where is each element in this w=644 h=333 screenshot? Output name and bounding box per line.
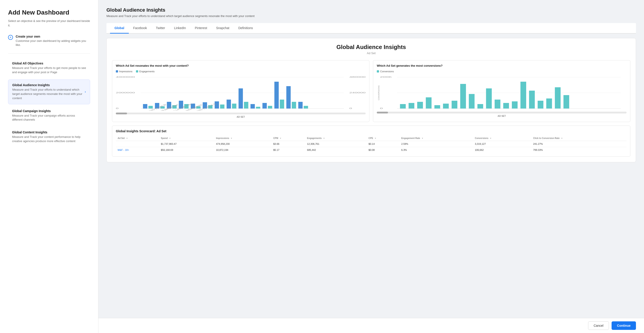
col-engagements[interactable]: Engagements ▼ bbox=[305, 136, 367, 141]
tab-definitions[interactable]: Definitions bbox=[234, 23, 258, 34]
chart1-title: Which Ad Set resonates the most with you… bbox=[116, 64, 366, 67]
legend-dot-conversions bbox=[377, 70, 379, 73]
tab-global[interactable]: Global bbox=[110, 23, 129, 34]
svg-text:4000000: 4000000 bbox=[116, 76, 135, 78]
svg-rect-31 bbox=[274, 82, 278, 109]
chart1-legend: Impressions Engagements bbox=[116, 70, 366, 73]
svg-rect-26 bbox=[244, 102, 248, 109]
y-axis-conversions-label: CONVERSIONS bbox=[377, 75, 380, 111]
tab-snapchat[interactable]: Snapchat bbox=[212, 23, 234, 34]
dashboard-title-block: Global Audience Insights Ad Set bbox=[112, 44, 630, 55]
chevron-right-icon: › bbox=[85, 90, 86, 94]
menu-item-global-audience-insights[interactable]: Global Audience Insights Measure and Tra… bbox=[8, 80, 90, 104]
page-title: Add New Dashboard bbox=[8, 9, 90, 16]
menu-item-description: Measure and Track your efforts to unders… bbox=[12, 88, 85, 101]
svg-rect-47 bbox=[400, 104, 406, 109]
svg-rect-57 bbox=[486, 88, 492, 109]
total-engagement-rate: 2.59% bbox=[399, 141, 473, 147]
svg-rect-32 bbox=[280, 100, 284, 109]
chart2-title: Which Ad Set generates the most conversi… bbox=[377, 64, 626, 67]
col-cpm[interactable]: CPM ▼ bbox=[272, 136, 305, 141]
create-own-label: Create your own bbox=[16, 35, 90, 38]
svg-rect-34 bbox=[292, 102, 296, 109]
svg-rect-54 bbox=[460, 84, 466, 109]
svg-rect-10 bbox=[148, 106, 153, 109]
svg-text:240000: 240000 bbox=[349, 92, 366, 94]
chart1-svg: 4000000 2000000 0 480000 240000 0 bbox=[116, 75, 366, 111]
legend-label-conversions: Conversions bbox=[380, 70, 394, 73]
svg-text:0: 0 bbox=[349, 107, 352, 109]
right-subtitle: Measure and Track your efforts to unders… bbox=[106, 14, 636, 18]
create-own-item[interactable]: + Create your own Customise your own das… bbox=[8, 35, 90, 47]
total-conversions: 3,319,127 bbox=[473, 141, 531, 147]
total-engagements: 12,306,761 bbox=[305, 141, 367, 147]
svg-text:2000000: 2000000 bbox=[116, 92, 135, 94]
menu-item-description: Measure and Track your campaign efforts … bbox=[12, 114, 86, 122]
scorecard-table-card: Global Insights Scorecard: Ad Set Ad Set… bbox=[112, 126, 630, 157]
col-click-to-conversion[interactable]: Click to Conversion Rate ▼ bbox=[531, 136, 626, 141]
svg-text:0: 0 bbox=[380, 107, 383, 109]
menu-item-title: Global All Objectives bbox=[12, 62, 86, 65]
svg-rect-53 bbox=[452, 101, 458, 109]
col-cpe[interactable]: CPE ▼ bbox=[367, 136, 399, 141]
legend-label-impressions: Impressions bbox=[119, 70, 132, 73]
legend-conversions: Conversions bbox=[377, 70, 394, 73]
chart2-axis-label: AD SET bbox=[377, 115, 626, 117]
continue-button[interactable]: Continue bbox=[612, 321, 636, 330]
tab-bar: Global Facebook Twitter LinkedIn Pintere… bbox=[106, 23, 636, 34]
tab-twitter[interactable]: Twitter bbox=[152, 23, 170, 34]
row-cpe: $0.08 bbox=[367, 147, 399, 153]
row-impressions: 10,872,194 bbox=[214, 147, 272, 153]
right-header: Global Audience Insights Measure and Tra… bbox=[106, 7, 636, 18]
menu-item-global-all-objectives[interactable]: Global All Objectives Measure and Track … bbox=[8, 58, 90, 78]
row-ad-set: M&F - 18+ bbox=[116, 147, 159, 153]
svg-rect-61 bbox=[520, 82, 526, 109]
total-click-to-conversion: 241.27% bbox=[531, 141, 626, 147]
row-engagement-rate: 6.3% bbox=[399, 147, 473, 153]
cancel-button[interactable]: Cancel bbox=[588, 321, 609, 330]
dashboard-preview: Global Audience Insights Ad Set Which Ad… bbox=[106, 38, 636, 162]
tab-facebook[interactable]: Facebook bbox=[129, 23, 152, 34]
menu-item-title: Global Audience Insights bbox=[12, 83, 85, 87]
svg-rect-23 bbox=[226, 100, 231, 109]
svg-text:0: 0 bbox=[116, 107, 118, 109]
col-conversions[interactable]: Conversions ▼ bbox=[473, 136, 531, 141]
svg-rect-50 bbox=[426, 97, 432, 109]
svg-rect-9 bbox=[143, 104, 147, 109]
svg-rect-64 bbox=[546, 99, 552, 109]
svg-rect-35 bbox=[298, 102, 302, 109]
svg-rect-52 bbox=[443, 104, 449, 109]
total-impressions: 474,958,230 bbox=[214, 141, 272, 147]
create-own-description: Customise your own dashboard by adding w… bbox=[16, 39, 90, 47]
svg-rect-49 bbox=[417, 102, 423, 109]
menu-item-description: Measure and Track your content performan… bbox=[12, 135, 86, 143]
svg-rect-33 bbox=[286, 86, 290, 109]
menu-item-global-campaign-insights[interactable]: Global Campaign Insights Measure and Tra… bbox=[8, 106, 90, 126]
svg-rect-66 bbox=[564, 95, 569, 109]
left-panel: Add New Dashboard Select an objective & … bbox=[0, 0, 98, 333]
svg-rect-62 bbox=[529, 91, 535, 109]
ad-set-link[interactable]: M&F - 18+ bbox=[118, 149, 129, 151]
scorecard-table: Ad Set ▼ Spend ▼ Impressions ▼ CPM ▼ Eng… bbox=[116, 136, 626, 153]
svg-rect-55 bbox=[469, 94, 475, 109]
col-impressions[interactable]: Impressions ▼ bbox=[214, 136, 272, 141]
menu-item-title: Global Content Insights bbox=[12, 130, 86, 134]
table-title: Global Insights Scorecard: Ad Set bbox=[116, 129, 626, 133]
legend-impressions: Impressions bbox=[116, 70, 132, 73]
col-ad-set[interactable]: Ad Set ▼ bbox=[116, 136, 159, 141]
svg-rect-60 bbox=[512, 101, 518, 109]
total-cpm: $3.66 bbox=[272, 141, 305, 147]
chart2-svg: 200K 0 bbox=[380, 75, 626, 111]
menu-item-global-content-insights[interactable]: Global Content Insights Measure and Trac… bbox=[8, 127, 90, 147]
svg-rect-36 bbox=[304, 106, 308, 109]
chart-resonates: Which Ad Set resonates the most with you… bbox=[112, 60, 370, 122]
row-click-to-conversion: 799.33% bbox=[531, 147, 626, 153]
tab-pinterest[interactable]: Pinterest bbox=[190, 23, 212, 34]
svg-rect-56 bbox=[478, 104, 483, 109]
svg-text:480000: 480000 bbox=[349, 76, 366, 78]
chart2-legend: Conversions bbox=[377, 70, 626, 73]
col-spend[interactable]: Spend ▼ bbox=[159, 136, 214, 141]
col-engagement-rate[interactable]: Engagement Rate ▼ bbox=[399, 136, 473, 141]
tab-linkedin[interactable]: LinkedIn bbox=[170, 23, 190, 34]
total-ad-set bbox=[116, 141, 159, 147]
